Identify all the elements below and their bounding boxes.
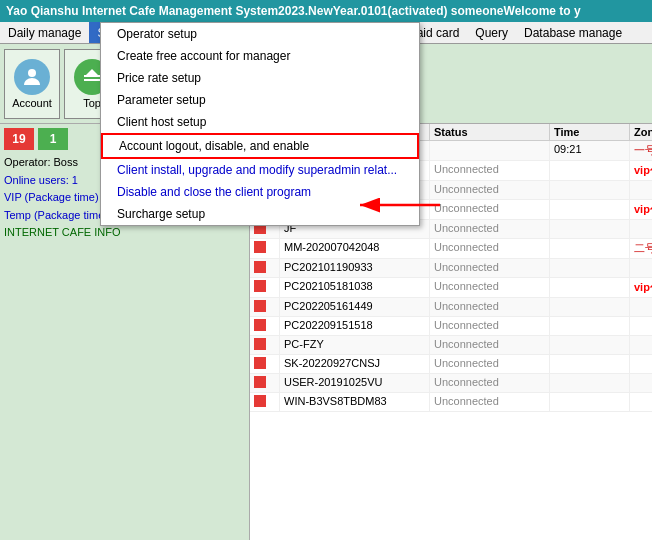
table-row: SK-20220927CNSJ Unconnected xyxy=(250,355,652,374)
dropdown-operator-setup[interactable]: Operator setup xyxy=(101,23,419,45)
row-icon xyxy=(250,393,280,411)
dropdown-price-rate-setup[interactable]: Price rate setup xyxy=(101,67,419,89)
row-name: USER-20191025VU xyxy=(280,374,430,392)
row-status: Unconnected xyxy=(430,393,550,411)
row-status: Unconnected xyxy=(430,220,550,238)
row-status: Unconnected xyxy=(430,259,550,277)
table-row: PC202209151518 Unconnected xyxy=(250,317,652,336)
col-status: Status xyxy=(430,124,550,140)
menu-database-manage[interactable]: Database manage xyxy=(516,22,630,43)
host-status-icon xyxy=(254,300,266,312)
row-zone: vip包间 xyxy=(630,161,652,180)
row-icon xyxy=(250,374,280,392)
table-row: WIN-B3VS8TBDM83 Unconnected xyxy=(250,393,652,412)
svg-marker-3 xyxy=(86,69,98,75)
row-zone xyxy=(630,298,652,316)
svg-rect-2 xyxy=(84,79,100,81)
host-status-icon xyxy=(254,241,266,253)
dropdown-account-logout[interactable]: Account logout, disable, and enable xyxy=(101,133,419,159)
row-time xyxy=(550,161,630,180)
row-icon xyxy=(250,259,280,277)
host-status-icon xyxy=(254,280,266,292)
row-time xyxy=(550,355,630,373)
row-zone: 二号包间 xyxy=(630,239,652,258)
row-name: PC202205161449 xyxy=(280,298,430,316)
dropdown-disable-close[interactable]: Disable and close the client program xyxy=(101,181,419,203)
host-status-icon xyxy=(254,338,266,350)
red-count: 19 xyxy=(4,128,34,150)
row-time xyxy=(550,200,630,219)
host-status-icon xyxy=(254,357,266,369)
row-status: Unconnected xyxy=(430,336,550,354)
menu-query[interactable]: Query xyxy=(467,22,516,43)
row-time xyxy=(550,239,630,258)
row-status: Unconnected xyxy=(430,374,550,392)
row-name: PC202105181038 xyxy=(280,278,430,297)
row-time xyxy=(550,181,630,199)
row-icon xyxy=(250,336,280,354)
row-zone xyxy=(630,181,652,199)
row-zone xyxy=(630,259,652,277)
system-setup-dropdown: Operator setup Create free account for m… xyxy=(100,22,420,226)
row-status: Unconnected xyxy=(430,200,550,219)
toolbar-account-btn[interactable]: Account xyxy=(4,49,60,119)
row-status: Unconnected xyxy=(430,278,550,297)
account-label: Account xyxy=(12,97,52,109)
menu-daily-manage[interactable]: Daily manage xyxy=(0,22,89,43)
row-time xyxy=(550,393,630,411)
col-time: Time xyxy=(550,124,630,140)
row-time: 09:21 xyxy=(550,141,630,160)
dropdown-create-free-account[interactable]: Create free account for manager xyxy=(101,45,419,67)
row-zone xyxy=(630,336,652,354)
dropdown-parameter-setup[interactable]: Parameter setup xyxy=(101,89,419,111)
row-time xyxy=(550,374,630,392)
table-row: MM-202007042048 Unconnected 二号包间 xyxy=(250,239,652,259)
row-status: Unconnected xyxy=(430,355,550,373)
row-zone xyxy=(630,393,652,411)
row-status xyxy=(430,141,550,160)
dropdown-client-install[interactable]: Client install, upgrade and modify super… xyxy=(101,159,419,181)
row-name: PC-FZY xyxy=(280,336,430,354)
internet-cafe-label: INTERNET CAFE INFO xyxy=(4,224,245,242)
row-zone: vip包间 xyxy=(630,278,652,297)
row-name: SK-20220927CNSJ xyxy=(280,355,430,373)
row-status: Unconnected xyxy=(430,181,550,199)
host-status-icon xyxy=(254,319,266,331)
row-zone xyxy=(630,355,652,373)
host-status-icon xyxy=(254,376,266,388)
row-icon xyxy=(250,355,280,373)
account-icon xyxy=(14,59,50,95)
row-time xyxy=(550,259,630,277)
table-row: PC-FZY Unconnected xyxy=(250,336,652,355)
svg-rect-1 xyxy=(84,75,100,77)
host-status-icon xyxy=(254,395,266,407)
row-icon xyxy=(250,317,280,335)
row-zone xyxy=(630,317,652,335)
top-label: Top xyxy=(83,97,101,109)
row-name: PC202101190933 xyxy=(280,259,430,277)
table-row: PC202101190933 Unconnected xyxy=(250,259,652,278)
row-zone: vip包间 xyxy=(630,200,652,219)
row-zone xyxy=(630,374,652,392)
row-status: Unconnected xyxy=(430,239,550,258)
row-icon xyxy=(250,298,280,316)
row-zone xyxy=(630,220,652,238)
table-row: PC202105181038 Unconnected vip包间 xyxy=(250,278,652,298)
dropdown-client-host-setup[interactable]: Client host setup xyxy=(101,111,419,133)
green-count: 1 xyxy=(38,128,68,150)
col-zone: Zone xyxy=(630,124,652,140)
row-name: MM-202007042048 xyxy=(280,239,430,258)
title-text: Yao Qianshu Internet Cafe Management Sys… xyxy=(6,4,581,18)
svg-point-0 xyxy=(28,69,36,77)
row-time xyxy=(550,278,630,297)
row-time xyxy=(550,336,630,354)
row-status: Unconnected xyxy=(430,317,550,335)
dropdown-surcharge-setup[interactable]: Surcharge setup xyxy=(101,203,419,225)
title-bar: Yao Qianshu Internet Cafe Management Sys… xyxy=(0,0,652,22)
row-name: WIN-B3VS8TBDM83 xyxy=(280,393,430,411)
row-icon xyxy=(250,278,280,297)
row-time xyxy=(550,317,630,335)
row-icon xyxy=(250,239,280,258)
row-name: PC202209151518 xyxy=(280,317,430,335)
row-status: Unconnected xyxy=(430,298,550,316)
